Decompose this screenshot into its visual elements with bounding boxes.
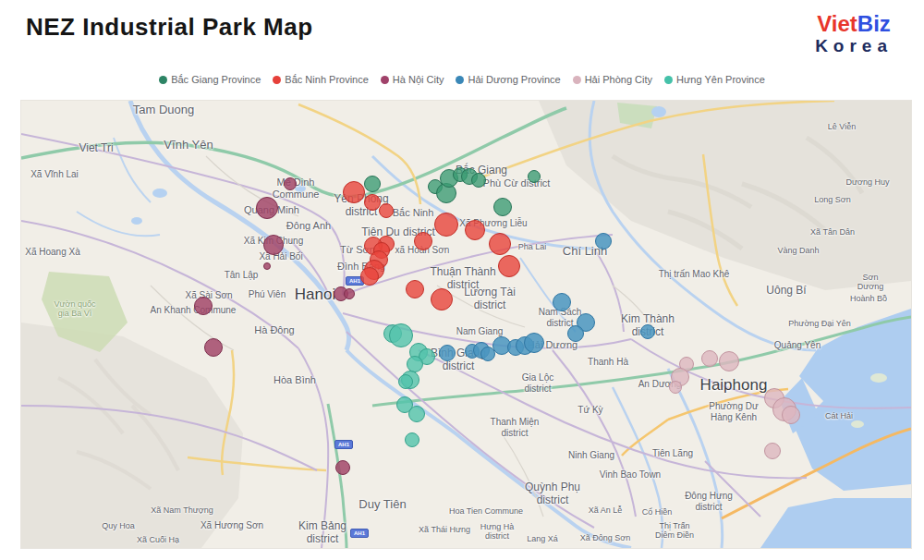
legend-label: Bắc Giang Province	[171, 74, 261, 85]
marker-ha_noi[interactable]	[344, 288, 355, 299]
marker-hai_phong[interactable]	[782, 406, 800, 424]
legend-label: Hải Dương Province	[468, 74, 560, 85]
marker-bac_ninh[interactable]	[434, 213, 458, 237]
marker-bac_ninh[interactable]	[489, 233, 511, 255]
legend-dot	[664, 76, 673, 84]
marker-ha_noi[interactable]	[256, 197, 278, 219]
marker-ha_noi[interactable]	[284, 177, 297, 190]
logo-viet: Viet	[817, 11, 857, 36]
legend-dot	[273, 76, 281, 84]
legend-dot	[159, 76, 167, 84]
marker-hai_phong[interactable]	[669, 381, 682, 394]
legend: Bắc Giang ProvinceBắc Ninh ProvinceHà Nộ…	[0, 74, 924, 85]
marker-ha_noi[interactable]	[335, 460, 350, 475]
logo-korea: Korea	[815, 37, 893, 55]
highway-badge: AH1	[334, 440, 353, 449]
map-markers-layer: AH1AH1AH1	[21, 101, 911, 548]
legend-item-hai_duong[interactable]: Hải Dương Province	[456, 74, 560, 85]
marker-bac_ninh[interactable]	[465, 220, 485, 240]
legend-dot	[456, 76, 464, 84]
legend-dot	[573, 76, 581, 84]
legend-item-hai_phong[interactable]: Hải Phòng City	[573, 74, 652, 85]
logo-line1: VietBiz	[815, 13, 893, 35]
marker-ha_noi[interactable]	[194, 297, 213, 315]
logo-biz: Biz	[857, 11, 891, 36]
marker-bac_ninh[interactable]	[343, 181, 365, 203]
marker-bac_ninh[interactable]	[414, 232, 432, 250]
marker-bac_giang[interactable]	[493, 198, 512, 216]
marker-hung_yen[interactable]	[408, 406, 425, 422]
marker-hai_phong[interactable]	[701, 350, 718, 367]
marker-hung_yen[interactable]	[398, 374, 413, 389]
marker-hai_phong[interactable]	[764, 443, 781, 459]
marker-hung_yen[interactable]	[405, 432, 419, 447]
marker-hai_duong[interactable]	[595, 233, 612, 250]
marker-hai_duong[interactable]	[640, 324, 655, 339]
highway-badge: AH1	[350, 529, 369, 538]
legend-item-hung_yen[interactable]: Hưng Yên Province	[664, 74, 765, 85]
marker-hung_yen[interactable]	[389, 323, 413, 347]
marker-hai_phong[interactable]	[719, 351, 739, 371]
page-title: NEZ Industrial Park Map	[26, 13, 313, 42]
legend-dot	[381, 76, 389, 84]
marker-hai_duong[interactable]	[553, 293, 571, 311]
marker-bac_ninh[interactable]	[431, 288, 453, 310]
marker-bac_giang[interactable]	[528, 170, 541, 183]
legend-label: Hà Nội City	[393, 74, 444, 85]
marker-ha_noi[interactable]	[263, 235, 284, 255]
marker-bac_ninh[interactable]	[379, 203, 394, 218]
marker-ha_noi[interactable]	[263, 262, 271, 270]
legend-item-bac_giang[interactable]: Bắc Giang Province	[159, 74, 261, 85]
legend-item-bac_ninh[interactable]: Bắc Ninh Province	[273, 74, 369, 85]
legend-label: Hải Phòng City	[585, 74, 652, 85]
marker-hai_duong[interactable]	[439, 345, 456, 361]
marker-bac_ninh[interactable]	[498, 255, 520, 277]
vietbiz-korea-logo: VietBiz Korea	[815, 13, 893, 55]
legend-item-ha_noi[interactable]: Hà Nội City	[381, 74, 444, 85]
map-canvas[interactable]: Tam DuongViet TriVĩnh YênXã Vĩnh LaiXã H…	[20, 100, 912, 549]
marker-hai_duong[interactable]	[567, 325, 584, 342]
marker-ha_noi[interactable]	[204, 338, 223, 357]
legend-label: Hưng Yên Province	[676, 74, 765, 85]
marker-bac_giang[interactable]	[364, 176, 381, 192]
marker-bac_ninh[interactable]	[360, 267, 379, 286]
marker-hai_duong[interactable]	[524, 333, 544, 353]
marker-bac_giang[interactable]	[471, 173, 486, 188]
legend-label: Bắc Ninh Province	[285, 74, 369, 85]
marker-bac_ninh[interactable]	[406, 280, 424, 298]
